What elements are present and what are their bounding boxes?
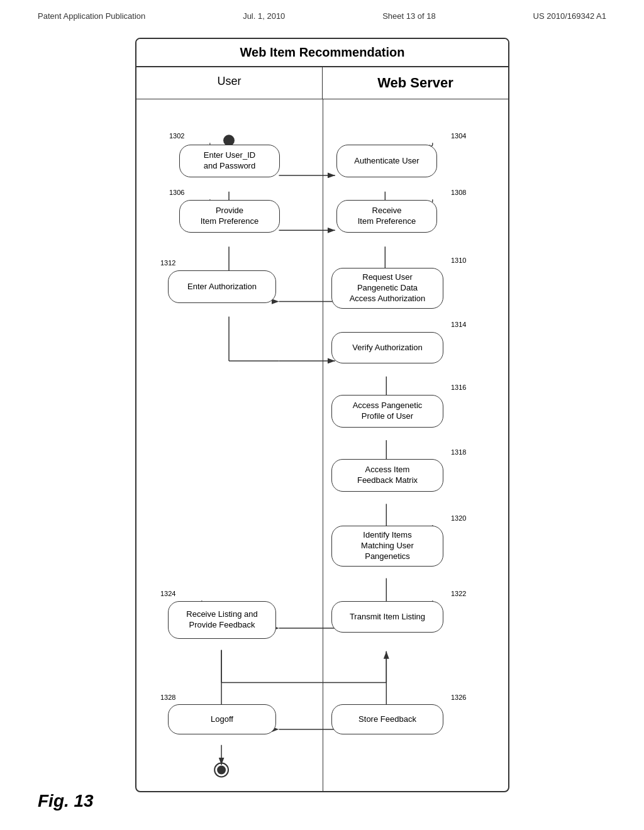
- label-1314: 1314: [451, 321, 466, 328]
- node-1302-text: Enter User_IDand Password: [204, 150, 255, 172]
- header-patent: US 2010/169342 A1: [533, 11, 606, 21]
- node-1318: Access ItemFeedback Matrix: [331, 459, 443, 492]
- label-1316: 1316: [451, 384, 466, 391]
- diagram-body: 1302 ⤶ Enter User_IDand Password 1304 ⤶ …: [136, 99, 508, 791]
- node-1320-text: Identify ItemsMatching UserPangenetics: [361, 530, 414, 562]
- node-1304: Authenticate User: [336, 145, 437, 177]
- label-1318: 1318: [451, 448, 466, 456]
- col-header-user: User: [136, 67, 323, 99]
- node-1316: Access PangeneticProfile of User: [331, 395, 443, 428]
- svg-point-27: [214, 763, 228, 777]
- label-1324: 1324: [160, 590, 175, 597]
- node-1308-text: ReceiveItem Preference: [358, 206, 416, 227]
- label-1308: 1308: [451, 189, 466, 196]
- node-1302: Enter User_IDand Password: [179, 145, 280, 177]
- node-1326-text: Store Feedback: [358, 714, 416, 725]
- node-1310: Request UserPangenetic DataAccess Author…: [331, 268, 443, 309]
- node-1328-text: Logoff: [211, 714, 233, 725]
- header-publication: Patent Application Publication: [38, 11, 145, 21]
- node-1326: Store Feedback: [331, 704, 443, 734]
- svg-point-26: [217, 766, 226, 775]
- node-1314-text: Verify Authorization: [352, 343, 422, 353]
- label-1322: 1322: [451, 590, 466, 597]
- node-1308: ReceiveItem Preference: [336, 200, 437, 233]
- label-1328: 1328: [160, 694, 175, 701]
- label-1312: 1312: [160, 259, 175, 267]
- node-1312: Enter Authorization: [168, 270, 276, 303]
- page-header: Patent Application Publication Jul. 1, 2…: [38, 11, 606, 21]
- node-1306-text: ProvideItem Preference: [201, 206, 259, 227]
- label-1326: 1326: [451, 694, 466, 701]
- diagram-container: Web Item Recommendation User Web Server: [135, 38, 509, 792]
- node-1306: ProvideItem Preference: [179, 200, 280, 233]
- node-1312-text: Enter Authorization: [187, 282, 257, 292]
- header-date: Jul. 1, 2010: [243, 11, 285, 21]
- label-1302: 1302: [169, 132, 184, 140]
- diagram-columns: User Web Server: [136, 67, 508, 99]
- label-1310: 1310: [451, 257, 466, 264]
- diagram-title: Web Item Recommendation: [136, 39, 508, 67]
- node-1318-text: Access ItemFeedback Matrix: [357, 465, 418, 486]
- node-1316-text: Access PangeneticProfile of User: [353, 401, 423, 422]
- node-1324-text: Receive Listing andProvide Feedback: [186, 609, 257, 631]
- node-1322-text: Transmit Item Listing: [350, 612, 425, 622]
- col-header-server: Web Server: [323, 67, 508, 99]
- label-1304: 1304: [451, 132, 466, 140]
- node-1304-text: Authenticate User: [354, 156, 419, 167]
- header-sheet: Sheet 13 of 18: [382, 11, 436, 21]
- node-1310-text: Request UserPangenetic DataAccess Author…: [350, 272, 426, 304]
- label-1320: 1320: [451, 514, 466, 522]
- node-1314: Verify Authorization: [331, 332, 443, 363]
- label-1306: 1306: [169, 189, 184, 196]
- node-1320: Identify ItemsMatching UserPangenetics: [331, 526, 443, 567]
- node-1328: Logoff: [168, 704, 276, 734]
- fig-label: Fig. 13: [38, 791, 94, 811]
- node-1324: Receive Listing andProvide Feedback: [168, 601, 276, 639]
- node-1322: Transmit Item Listing: [331, 601, 443, 633]
